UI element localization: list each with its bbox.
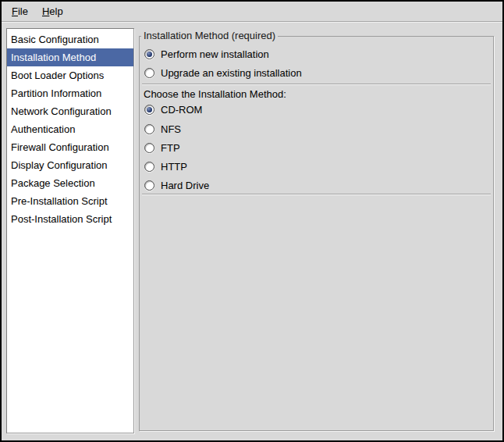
radio-label: FTP bbox=[161, 142, 180, 154]
menu-file[interactable]: File bbox=[5, 3, 35, 20]
sidebar-item-authentication[interactable]: Authentication bbox=[7, 120, 133, 138]
radio-label: Upgrade an existing installation bbox=[161, 67, 302, 79]
radio-cdrom[interactable]: CD-ROM bbox=[144, 104, 202, 116]
radio-label: HTTP bbox=[161, 161, 187, 173]
sidebar-category-list: Basic Configuration Installation Method … bbox=[6, 28, 134, 433]
radio-button-icon bbox=[144, 143, 154, 153]
sidebar-item-firewall-configuration[interactable]: Firewall Configuration bbox=[7, 138, 133, 156]
radio-ftp[interactable]: FTP bbox=[144, 142, 180, 154]
radio-hard-drive[interactable]: Hard Drive bbox=[144, 180, 209, 191]
sidebar-item-pre-installation-script[interactable]: Pre-Installation Script bbox=[7, 192, 133, 210]
horizontal-separator bbox=[142, 84, 491, 85]
sidebar-item-partition-information[interactable]: Partition Information bbox=[7, 84, 133, 102]
radio-button-icon bbox=[144, 180, 154, 191]
radio-label: Hard Drive bbox=[161, 180, 209, 191]
radio-label: CD-ROM bbox=[161, 104, 202, 116]
sidebar-item-boot-loader-options[interactable]: Boot Loader Options bbox=[7, 66, 133, 84]
radio-nfs[interactable]: NFS bbox=[144, 123, 181, 135]
sidebar-item-basic-configuration[interactable]: Basic Configuration bbox=[7, 30, 133, 48]
choose-method-label: Choose the Installation Method: bbox=[144, 88, 286, 100]
radio-button-icon bbox=[144, 124, 154, 134]
kickstart-configurator-window: File Help Basic Configuration Installati… bbox=[0, 0, 504, 442]
radio-upgrade-existing-installation[interactable]: Upgrade an existing installation bbox=[144, 67, 302, 79]
horizontal-separator bbox=[142, 194, 491, 195]
frame-title: Installation Method (required) bbox=[141, 30, 278, 41]
sidebar-item-display-configuration[interactable]: Display Configuration bbox=[7, 156, 133, 174]
sidebar-item-package-selection[interactable]: Package Selection bbox=[7, 174, 133, 192]
radio-button-icon bbox=[144, 105, 154, 115]
radio-http[interactable]: HTTP bbox=[144, 161, 187, 173]
radio-button-icon bbox=[144, 162, 154, 172]
sidebar-item-post-installation-script[interactable]: Post-Installation Script bbox=[7, 210, 133, 228]
menu-bar: File Help bbox=[2, 2, 502, 22]
radio-label: NFS bbox=[161, 123, 181, 135]
sidebar-item-installation-method[interactable]: Installation Method bbox=[7, 48, 133, 66]
radio-perform-new-installation[interactable]: Perform new installation bbox=[144, 48, 269, 60]
sidebar-item-network-configuration[interactable]: Network Configuration bbox=[7, 102, 133, 120]
radio-label: Perform new installation bbox=[161, 48, 269, 60]
radio-button-icon bbox=[144, 68, 154, 78]
menu-help[interactable]: Help bbox=[35, 3, 70, 20]
installation-method-frame: Installation Method (required) Perform n… bbox=[139, 36, 494, 431]
radio-button-icon bbox=[144, 49, 154, 59]
